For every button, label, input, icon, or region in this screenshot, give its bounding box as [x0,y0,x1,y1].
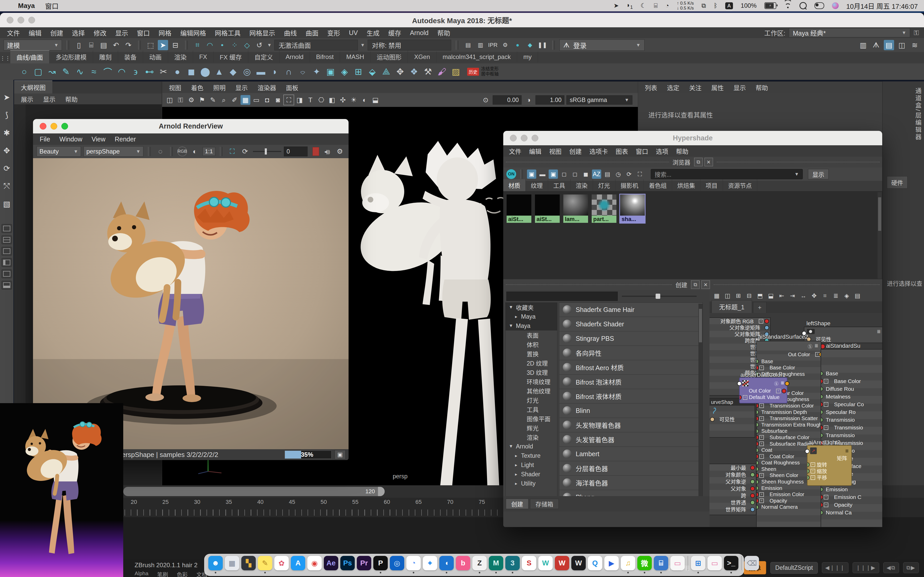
attr-port[interactable] [757,403,759,408]
dock-item[interactable]: ◉ [307,556,322,574]
arnold-menu-item[interactable]: File [40,135,50,143]
toolbox-tool-icon[interactable]: ⟳ [3,164,10,173]
toolbox-tool-icon[interactable]: ➤ [3,93,10,102]
siri-icon[interactable] [832,2,839,9]
swatch-icon[interactable]: Ⓢ [808,343,813,350]
hypershade-menu-item[interactable]: 选项卡 [590,147,608,156]
browser-category-tab[interactable]: 资源节点 [723,179,757,191]
maya-title-bar[interactable]: Autodesk Maya 2018: 无标题* [0,13,924,27]
dock-app-icon[interactable]: ◉ [307,556,322,570]
dock-app-icon[interactable]: b [456,556,470,570]
shelf-tool-icon[interactable]: ◎ [241,65,253,78]
create-filter-input[interactable] [506,292,618,301]
render-tool-icon[interactable]: ● [512,40,523,50]
maya-menu-item[interactable]: 曲面 [301,28,323,37]
create-tree-row[interactable]: 渲染 [506,432,557,442]
dock-app-icon[interactable]: ⌸ [654,556,668,570]
attr-port[interactable] [757,498,759,503]
snap-icon[interactable]: ↺ [254,40,265,50]
viewport-toggle-icon[interactable]: ▦ [241,95,250,105]
shelf-tool-icon[interactable]: ▨ [450,65,462,78]
dock-app-icon[interactable]: A [291,556,305,570]
wifi-icon[interactable] [784,3,792,9]
control-center-icon[interactable] [814,2,824,9]
create-node-item[interactable]: Bifrost Aero 材质 [559,360,703,375]
exposure-icon[interactable]: ⊙ [481,95,491,105]
create-list-scrollbar[interactable] [698,304,703,510]
file-tool-icon[interactable]: ▯ [74,40,84,50]
workspace-select[interactable]: Maya 经典*▼ [789,28,910,37]
attribute-menu-item[interactable]: 帮助 [756,83,768,92]
dock-item[interactable]: >_ [724,556,739,574]
shelf-tool-icon[interactable]: ✂ [157,65,170,78]
attr-port[interactable] [757,442,759,446]
close-panel-icon[interactable]: ✕ [701,280,710,289]
create-node-item[interactable]: Shaderfx Shader [559,317,703,332]
maya-menu-item[interactable]: 网格工具 [210,28,245,37]
dock-app-icon[interactable]: ☻ [208,556,223,570]
dock-item[interactable]: A [291,556,305,574]
dock-item[interactable]: ▭ [670,556,685,574]
menubar-clock[interactable]: 10月14日 周五 17:46:07 [846,1,918,11]
shelf-menu-icon[interactable]: ⋮⋮ [0,53,10,63]
dock-item[interactable]: Z [472,556,487,574]
material-swatch[interactable]: part... [591,194,617,224]
create-tree-row[interactable]: 3D 纹理 [506,367,557,377]
shelf-tool-icon[interactable]: ✎ [60,65,72,78]
browser-category-tab[interactable]: 渲染 [570,179,593,191]
attr-port[interactable] [750,479,755,484]
browser-filter-icon[interactable]: ◷ [614,169,623,179]
userdata-node[interactable]: Ⓢ≣ Out Color + + Default Value [739,377,787,403]
arealight-node[interactable]: ➚ ≣ 矩阵 + 旋转 [807,445,852,486]
surface2-node[interactable]: Ⓢ≣ Out Color + + Base [756,341,821,527]
dock-app-icon[interactable]: Ae [324,556,338,570]
viewport-toggle-icon[interactable]: ◐ [360,95,370,105]
maya-menu-item[interactable]: Arnold [405,29,433,37]
create-tree-row[interactable]: 图像平面 [506,414,557,423]
dock-app-icon[interactable]: Pr [357,556,371,570]
attr-port[interactable] [808,463,809,467]
shelf-tab[interactable]: 动画 [143,50,168,63]
create-tree-row[interactable]: Utility [506,479,557,488]
viewport-toggle-icon[interactable]: ◘ [262,95,272,105]
dock-item[interactable]: ☻ [208,556,223,574]
attr-port[interactable] [821,425,823,430]
shelf-tool-icon[interactable]: ▢ [32,65,44,78]
clock-app-icon[interactable]: ◔ [665,2,669,9]
shelf-tab[interactable]: malcolm341_script_pack [436,52,517,62]
shelf-tool-icon[interactable]: ✦ [310,65,323,78]
material-swatch[interactable]: sha... [619,194,646,224]
layout-persp-button[interactable] [2,269,12,278]
create-tree-row[interactable]: 工具 [506,405,557,414]
location-icon[interactable]: ➤ [614,2,619,9]
browser-filter-icon[interactable]: ▣ [527,169,536,179]
create-node-item[interactable]: Blinn [559,404,703,418]
dock-app-icon[interactable]: ▚ [241,556,256,570]
render-tool-icon[interactable]: IPR [488,40,498,50]
list-icon[interactable]: ≣ [814,343,818,350]
shelf-tool-icon[interactable]: ❖ [408,65,420,78]
refresh-render-icon[interactable]: ⟳ [240,146,250,156]
camera-select[interactable]: perspShape▼ [84,146,143,156]
node-graph-canvas[interactable]: 对象颜色 RGB + 父对象逆矩阵 + [709,313,882,527]
dock-app-icon[interactable] [688,556,688,570]
viewport-toggle-icon[interactable]: ✣ [338,95,348,105]
viewport-toggle-icon[interactable]: ⛶ [284,95,294,105]
create-tree-row[interactable]: 收藏夹 [506,303,557,312]
add-graph-tab-button[interactable]: + [753,302,766,313]
create-tree-row[interactable]: Shader [506,470,557,479]
attr-port[interactable] [750,466,755,470]
viewport-toggle-icon[interactable]: ☀ [349,95,359,105]
battery-icon[interactable]: ⚡ [764,2,776,9]
material-swatch[interactable]: lam... [562,194,589,224]
layout-single-button[interactable] [2,224,12,233]
shelf-tool-icon[interactable]: ◠ [115,65,128,78]
shelf-tab[interactable]: MASH [340,52,370,62]
browser-filter-icon[interactable]: ⛶ [635,169,645,179]
shelf-tool-icon[interactable]: ϶ [129,65,142,78]
panel-toggle-icon[interactable]: ▥ [858,40,868,50]
browser-category-tab[interactable]: 工具 [548,179,570,191]
dock-app-icon[interactable]: W [555,556,569,570]
toolbox-tool-icon[interactable]: ✱ [3,128,10,137]
attribute-menu-item[interactable]: 关注 [689,83,701,92]
